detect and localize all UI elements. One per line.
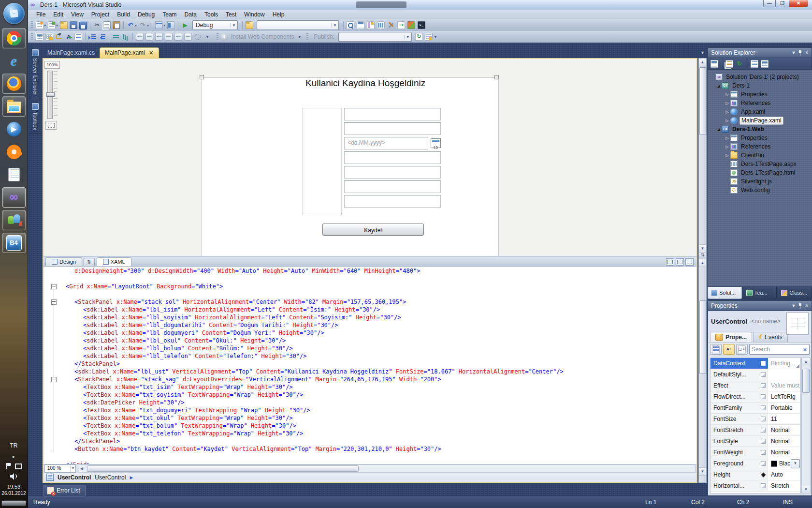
tree-item[interactable]: Properties: [708, 90, 812, 99]
tree-expander-icon[interactable]: [724, 101, 730, 105]
add-item-icon[interactable]: [47, 21, 58, 30]
tree-item[interactable]: App.xaml: [708, 107, 812, 116]
property-marker-icon[interactable]: [759, 372, 768, 377]
undo-icon[interactable]: ↶: [126, 21, 137, 30]
quick-search-combo[interactable]: ▼: [257, 20, 339, 30]
property-row[interactable]: FontStretch Normal ▼: [710, 425, 800, 436]
clear-search-icon[interactable]: ×: [803, 347, 807, 352]
messenger[interactable]: [2, 210, 26, 230]
tab-properties[interactable]: Prope...: [710, 332, 752, 342]
property-marker-icon[interactable]: [759, 405, 768, 410]
property-marker-icon[interactable]: [759, 383, 768, 388]
property-marker-icon[interactable]: [759, 483, 768, 488]
tree-expander-icon[interactable]: [724, 145, 730, 149]
xaml-view-tab[interactable]: XAML: [97, 257, 131, 266]
design-zoom-slider[interactable]: [47, 71, 53, 119]
comment-icon-4[interactable]: [164, 32, 173, 41]
pin-icon[interactable]: [798, 50, 802, 56]
media-player[interactable]: ▶: [2, 119, 26, 139]
property-marker-icon[interactable]: [759, 394, 768, 399]
toolbar-grip[interactable]: [217, 33, 218, 41]
menu-item[interactable]: Tools: [201, 10, 222, 19]
font-size-icon[interactable]: A: [64, 32, 73, 41]
split-horizontal-icon[interactable]: [666, 258, 674, 266]
start-page-icon[interactable]: →: [397, 21, 406, 30]
window-menu-icon[interactable]: ▼: [792, 50, 796, 55]
tree-item[interactable]: References: [708, 99, 812, 107]
breadcrumb-name[interactable]: UserControl: [95, 474, 126, 481]
internet-explorer[interactable]: e: [2, 51, 26, 71]
select-control-icon[interactable]: [55, 32, 63, 41]
scroll-up-icon[interactable]: ▲: [699, 59, 706, 66]
save-icon[interactable]: [69, 21, 78, 30]
property-marker-icon[interactable]: [759, 473, 768, 477]
toolbox-tab[interactable]: Toolbox: [29, 100, 42, 134]
start-button[interactable]: [3, 3, 25, 24]
object-browser-icon[interactable]: [366, 21, 375, 30]
align-left-icon[interactable]: [112, 32, 120, 41]
form-label[interactable]: [303, 152, 341, 166]
menu-item[interactable]: Project: [87, 10, 113, 19]
visual-studio[interactable]: ∞: [2, 187, 26, 208]
kaydet-button[interactable]: Kaydet: [322, 224, 424, 236]
swirl-app[interactable]: [2, 142, 26, 162]
toolbar-grip[interactable]: [31, 33, 33, 41]
show-desktop-button[interactable]: [1, 500, 26, 506]
menu-item[interactable]: Window: [240, 10, 269, 19]
selection-handle[interactable]: [494, 75, 499, 79]
selection-handle[interactable]: [200, 75, 204, 79]
volume-icon[interactable]: [10, 473, 17, 479]
property-row[interactable]: FlowDirect... LeftToRig ▼: [710, 391, 800, 403]
property-row[interactable]: Height Auto ▼: [710, 469, 800, 480]
form-label[interactable]: [303, 195, 341, 210]
overflow-icon[interactable]: ▾: [298, 34, 302, 40]
menu-item[interactable]: Build: [113, 10, 134, 19]
menu-item[interactable]: View: [67, 10, 87, 19]
scroll-down-icon[interactable]: ▼: [699, 467, 706, 476]
tree-expander-icon[interactable]: [724, 110, 730, 114]
view-designer-icon[interactable]: [760, 60, 769, 68]
tab-class-view[interactable]: Class...: [778, 287, 812, 299]
calendar-button[interactable]: 15: [431, 138, 441, 148]
b4-app[interactable]: B4: [2, 233, 26, 253]
toolbar-grip[interactable]: [306, 33, 308, 41]
tree-item[interactable]: ClientBin: [708, 151, 812, 160]
scrollbar-thumb[interactable]: [802, 369, 810, 393]
clock-date[interactable]: 26.01.2012: [0, 490, 28, 496]
select-tool-icon[interactable]: [193, 32, 202, 41]
tree-item[interactable]: ∞ Solution 'Ders-1' (2 projects): [708, 73, 812, 81]
property-marker-icon[interactable]: [759, 439, 768, 444]
extension-manager-icon[interactable]: [407, 21, 416, 30]
breadcrumb-type[interactable]: UserControl: [58, 474, 91, 481]
scroll-up-icon[interactable]: ▲: [802, 358, 810, 365]
publish-combo[interactable]: ▼: [338, 32, 412, 42]
form-label[interactable]: [303, 137, 341, 152]
design-view-tab[interactable]: Design: [45, 257, 82, 266]
design-surface[interactable]: 100% Kullanici Kaydina Hoşgeldiniz: [44, 59, 696, 256]
property-row[interactable]: Foreground Blac ▼: [710, 458, 800, 469]
start-debugging-icon[interactable]: ▶: [181, 21, 189, 30]
menu-item[interactable]: Edit: [49, 10, 67, 19]
tree-expander-icon[interactable]: [724, 119, 730, 123]
save-all-icon[interactable]: [79, 20, 87, 30]
tab-mainpage-xaml[interactable]: MainPage.xaml ×: [100, 47, 159, 58]
menu-item[interactable]: Debug: [134, 10, 159, 19]
horizontal-scrollbar[interactable]: ◀: [79, 464, 696, 473]
properties-titlebar[interactable]: Properties ▼ ✕: [708, 300, 812, 311]
tab-solution-explorer[interactable]: Solut...: [708, 287, 742, 299]
tree-expander-icon[interactable]: [724, 136, 730, 140]
publish-icon[interactable]: ↻: [415, 32, 423, 41]
form-textbox[interactable]: [344, 195, 441, 208]
property-row[interactable]: Horizontal... Stretch ▼: [710, 480, 800, 492]
title-bar[interactable]: ∞ Ders-1 - Microsoft Visual Studio — ❐ ✕: [28, 0, 812, 10]
toolbar-grip[interactable]: [31, 21, 33, 29]
property-marker-icon[interactable]: [759, 428, 768, 433]
property-row[interactable]: FontSize 11 ▼: [710, 414, 800, 425]
property-row[interactable]: DefaultStyl... ▼: [710, 369, 800, 380]
property-row[interactable]: DataContext Binding... ▼: [710, 358, 800, 369]
new-project-icon[interactable]: [35, 21, 46, 30]
tree-expander-icon[interactable]: [715, 84, 722, 88]
tree-item[interactable]: Web.config: [708, 186, 812, 194]
firefox[interactable]: [2, 74, 26, 94]
notepad[interactable]: [2, 164, 26, 185]
